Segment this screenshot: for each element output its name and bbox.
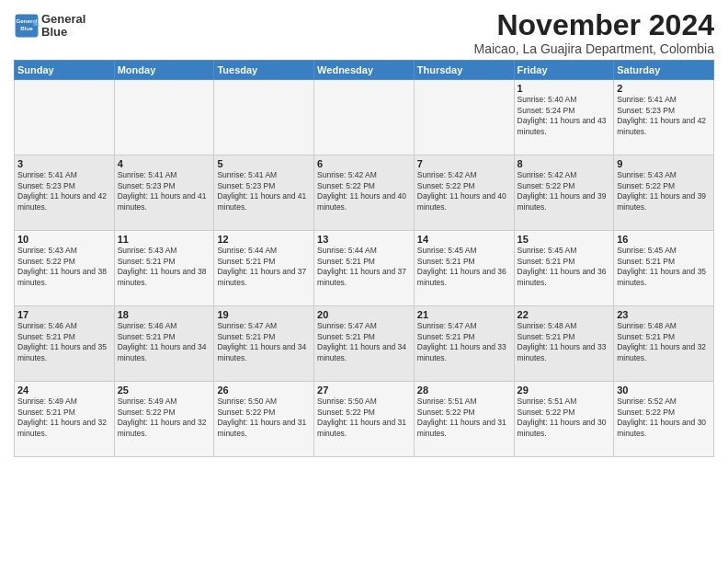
day-info: Sunrise: 5:48 AM Sunset: 5:21 PM Dayligh… — [617, 321, 711, 363]
calendar-cell: 4Sunrise: 5:41 AM Sunset: 5:23 PM Daylig… — [114, 155, 214, 231]
calendar-cell — [114, 80, 214, 155]
calendar-cell: 23Sunrise: 5:48 AM Sunset: 5:21 PM Dayli… — [614, 306, 714, 382]
day-info: Sunrise: 5:44 AM Sunset: 5:21 PM Dayligh… — [317, 246, 411, 288]
calendar-cell: 28Sunrise: 5:51 AM Sunset: 5:22 PM Dayli… — [414, 382, 514, 457]
day-number: 15 — [518, 234, 611, 245]
calendar-cell: 27Sunrise: 5:50 AM Sunset: 5:22 PM Dayli… — [314, 382, 415, 457]
day-info: Sunrise: 5:48 AM Sunset: 5:21 PM Dayligh… — [518, 321, 611, 363]
day-number: 7 — [417, 158, 511, 169]
col-header-sunday: Sunday — [15, 61, 115, 80]
col-header-tuesday: Tuesday — [214, 61, 314, 80]
day-info: Sunrise: 5:51 AM Sunset: 5:22 PM Dayligh… — [518, 396, 611, 439]
day-number: 9 — [617, 158, 711, 169]
logo: General Blue General Blue — [14, 13, 85, 40]
day-number: 17 — [17, 309, 111, 320]
day-number: 10 — [17, 234, 111, 245]
day-number: 1 — [518, 83, 611, 94]
calendar-cell: 7Sunrise: 5:42 AM Sunset: 5:22 PM Daylig… — [414, 155, 514, 231]
day-number: 19 — [217, 309, 311, 320]
day-number: 14 — [417, 234, 511, 245]
day-info: Sunrise: 5:42 AM Sunset: 5:22 PM Dayligh… — [417, 170, 511, 213]
calendar-cell: 3Sunrise: 5:41 AM Sunset: 5:23 PM Daylig… — [15, 155, 115, 231]
calendar-week-5: 24Sunrise: 5:49 AM Sunset: 5:21 PM Dayli… — [15, 382, 714, 457]
col-header-thursday: Thursday — [414, 61, 514, 80]
calendar-cell: 9Sunrise: 5:43 AM Sunset: 5:22 PM Daylig… — [614, 155, 714, 231]
subtitle: Maicao, La Guajira Department, Colombia — [474, 41, 714, 56]
calendar-cell: 30Sunrise: 5:52 AM Sunset: 5:22 PM Dayli… — [614, 382, 714, 457]
calendar-cell: 15Sunrise: 5:45 AM Sunset: 5:21 PM Dayli… — [514, 231, 614, 306]
page: General Blue General Blue November 2024 … — [0, 0, 728, 563]
calendar-cell: 13Sunrise: 5:44 AM Sunset: 5:21 PM Dayli… — [314, 231, 415, 306]
day-number: 16 — [617, 234, 711, 245]
day-info: Sunrise: 5:45 AM Sunset: 5:21 PM Dayligh… — [518, 246, 611, 288]
logo-line2: Blue — [41, 26, 85, 39]
day-number: 8 — [518, 158, 611, 169]
day-number: 12 — [217, 234, 311, 245]
day-info: Sunrise: 5:43 AM Sunset: 5:21 PM Dayligh… — [118, 246, 211, 288]
day-info: Sunrise: 5:47 AM Sunset: 5:21 PM Dayligh… — [417, 321, 511, 363]
day-number: 24 — [17, 385, 111, 396]
day-number: 2 — [617, 83, 711, 94]
logo-line1: General — [41, 13, 85, 26]
calendar-cell: 24Sunrise: 5:49 AM Sunset: 5:21 PM Dayli… — [15, 382, 115, 457]
calendar-cell: 16Sunrise: 5:45 AM Sunset: 5:21 PM Dayli… — [614, 231, 714, 306]
col-header-monday: Monday — [114, 61, 214, 80]
calendar-week-3: 10Sunrise: 5:43 AM Sunset: 5:22 PM Dayli… — [15, 231, 714, 306]
calendar-cell: 18Sunrise: 5:46 AM Sunset: 5:21 PM Dayli… — [114, 306, 214, 382]
day-info: Sunrise: 5:45 AM Sunset: 5:21 PM Dayligh… — [417, 246, 511, 288]
calendar-header-row: SundayMondayTuesdayWednesdayThursdayFrid… — [15, 61, 714, 80]
col-header-friday: Friday — [514, 61, 614, 80]
calendar-cell: 5Sunrise: 5:41 AM Sunset: 5:23 PM Daylig… — [214, 155, 314, 231]
day-number: 13 — [317, 234, 411, 245]
logo-icon: General Blue — [14, 13, 40, 39]
day-number: 22 — [518, 309, 611, 320]
day-number: 26 — [217, 385, 311, 396]
day-info: Sunrise: 5:47 AM Sunset: 5:21 PM Dayligh… — [317, 321, 411, 363]
day-number: 11 — [118, 234, 211, 245]
day-info: Sunrise: 5:46 AM Sunset: 5:21 PM Dayligh… — [17, 321, 111, 363]
calendar-cell: 29Sunrise: 5:51 AM Sunset: 5:22 PM Dayli… — [514, 382, 614, 457]
day-number: 28 — [417, 385, 511, 396]
day-info: Sunrise: 5:50 AM Sunset: 5:22 PM Dayligh… — [217, 396, 311, 439]
calendar-cell: 8Sunrise: 5:42 AM Sunset: 5:22 PM Daylig… — [514, 155, 614, 231]
day-number: 6 — [317, 158, 411, 169]
day-info: Sunrise: 5:42 AM Sunset: 5:22 PM Dayligh… — [518, 170, 611, 213]
calendar-cell: 2Sunrise: 5:41 AM Sunset: 5:23 PM Daylig… — [614, 80, 714, 155]
day-number: 27 — [317, 385, 411, 396]
main-title: November 2024 — [474, 9, 714, 41]
calendar-cell: 6Sunrise: 5:42 AM Sunset: 5:22 PM Daylig… — [314, 155, 415, 231]
title-block: November 2024 Maicao, La Guajira Departm… — [474, 9, 714, 56]
day-number: 21 — [417, 309, 511, 320]
col-header-saturday: Saturday — [614, 61, 714, 80]
day-info: Sunrise: 5:49 AM Sunset: 5:22 PM Dayligh… — [118, 396, 211, 439]
day-number: 18 — [118, 309, 211, 320]
day-info: Sunrise: 5:49 AM Sunset: 5:21 PM Dayligh… — [17, 396, 111, 439]
calendar-cell: 20Sunrise: 5:47 AM Sunset: 5:21 PM Dayli… — [314, 306, 415, 382]
calendar-cell: 10Sunrise: 5:43 AM Sunset: 5:22 PM Dayli… — [15, 231, 115, 306]
svg-text:Blue: Blue — [20, 25, 33, 31]
calendar-cell: 21Sunrise: 5:47 AM Sunset: 5:21 PM Dayli… — [414, 306, 514, 382]
calendar-cell: 14Sunrise: 5:45 AM Sunset: 5:21 PM Dayli… — [414, 231, 514, 306]
day-info: Sunrise: 5:42 AM Sunset: 5:22 PM Dayligh… — [317, 170, 411, 213]
calendar-cell: 22Sunrise: 5:48 AM Sunset: 5:21 PM Dayli… — [514, 306, 614, 382]
day-info: Sunrise: 5:45 AM Sunset: 5:21 PM Dayligh… — [617, 246, 711, 288]
day-info: Sunrise: 5:41 AM Sunset: 5:23 PM Dayligh… — [17, 170, 111, 213]
day-number: 20 — [317, 309, 411, 320]
day-number: 23 — [617, 309, 711, 320]
calendar-cell: 11Sunrise: 5:43 AM Sunset: 5:21 PM Dayli… — [114, 231, 214, 306]
day-number: 29 — [518, 385, 611, 396]
calendar-cell: 1Sunrise: 5:40 AM Sunset: 5:24 PM Daylig… — [514, 80, 614, 155]
day-info: Sunrise: 5:52 AM Sunset: 5:22 PM Dayligh… — [617, 396, 711, 439]
calendar-week-4: 17Sunrise: 5:46 AM Sunset: 5:21 PM Dayli… — [15, 306, 714, 382]
day-info: Sunrise: 5:44 AM Sunset: 5:21 PM Dayligh… — [217, 246, 311, 288]
day-info: Sunrise: 5:41 AM Sunset: 5:23 PM Dayligh… — [118, 170, 211, 213]
calendar-week-1: 1Sunrise: 5:40 AM Sunset: 5:24 PM Daylig… — [15, 80, 714, 155]
calendar-cell: 17Sunrise: 5:46 AM Sunset: 5:21 PM Dayli… — [15, 306, 115, 382]
calendar-cell: 25Sunrise: 5:49 AM Sunset: 5:22 PM Dayli… — [114, 382, 214, 457]
calendar-cell — [314, 80, 415, 155]
day-info: Sunrise: 5:43 AM Sunset: 5:22 PM Dayligh… — [17, 246, 111, 288]
calendar-table: SundayMondayTuesdayWednesdayThursdayFrid… — [14, 60, 714, 457]
day-info: Sunrise: 5:43 AM Sunset: 5:22 PM Dayligh… — [617, 170, 711, 213]
day-info: Sunrise: 5:47 AM Sunset: 5:21 PM Dayligh… — [217, 321, 311, 363]
day-info: Sunrise: 5:41 AM Sunset: 5:23 PM Dayligh… — [617, 95, 711, 137]
